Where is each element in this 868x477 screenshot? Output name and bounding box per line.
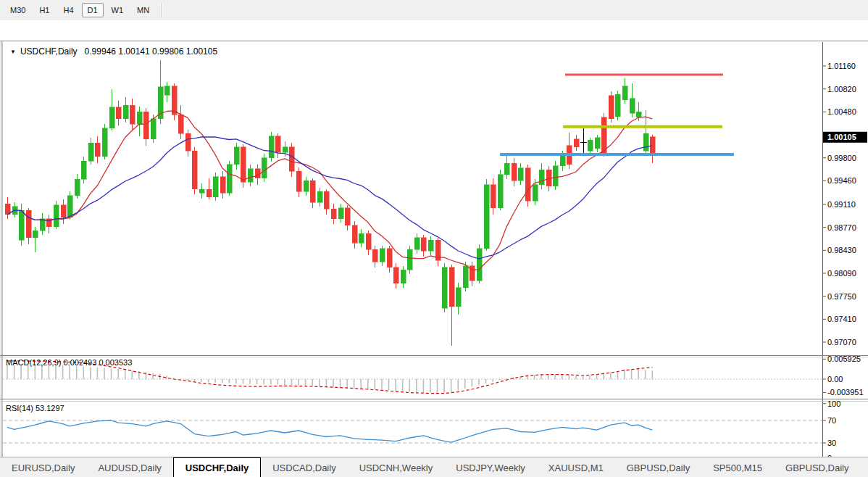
timeframe-toolbar: M30H1H4D1W1MN [0, 0, 868, 20]
candle [491, 178, 496, 215]
timeframe-button-m30[interactable]: M30 [4, 3, 31, 17]
svg-text:0.00: 0.00 [827, 375, 843, 383]
candle [143, 108, 149, 146]
candle [401, 266, 406, 288]
candle [130, 99, 135, 130]
svg-text:70: 70 [827, 416, 836, 425]
candle [630, 83, 635, 117]
svg-text:1.00480: 1.00480 [827, 107, 856, 116]
candle [331, 204, 336, 224]
candle [275, 133, 280, 158]
candle [317, 188, 322, 207]
svg-text:0.99460: 0.99460 [827, 176, 856, 185]
candle [609, 91, 614, 123]
svg-text:30: 30 [827, 439, 836, 447]
candle [75, 174, 80, 199]
tab-audusd-daily[interactable]: AUDUSD,Daily [86, 457, 172, 477]
candle [137, 107, 142, 136]
timeframe-button-h4[interactable]: H4 [57, 3, 79, 17]
svg-text:-0.003951: -0.003951 [827, 388, 864, 397]
tab-gbpusd-daily[interactable]: GBPUSD,Daily [774, 457, 860, 477]
candle [470, 262, 475, 286]
rsi-line [7, 420, 652, 442]
chart-title: ▼USDCHF,Daily0.99946 1.00141 0.99806 1.0… [10, 46, 217, 57]
price-axis: 1.011601.008201.004801.001400.998000.994… [822, 62, 867, 347]
candle [553, 161, 558, 190]
svg-text:0.97750: 0.97750 [827, 292, 856, 301]
candle [289, 143, 294, 177]
candlesticks-layer [5, 60, 655, 346]
timeframe-button-h1[interactable]: H1 [33, 3, 55, 17]
candle [359, 229, 364, 246]
candle [595, 135, 600, 152]
candle [504, 155, 509, 180]
tab-dj30-h4[interactable]: DJ30,H4 [861, 457, 868, 477]
chart-window: ▼USDCHF,Daily0.99946 1.00141 0.99806 1.0… [0, 20, 868, 457]
svg-text:1.00820: 1.00820 [827, 85, 856, 94]
candle [269, 132, 274, 162]
candle [622, 78, 627, 104]
candle [109, 89, 114, 131]
candle [310, 178, 315, 208]
svg-text:0.98430: 0.98430 [827, 246, 856, 254]
candle [435, 238, 441, 266]
tab-xauusd-m1[interactable]: XAUUSD,M1 [537, 457, 615, 477]
candle [185, 130, 191, 157]
candle [387, 246, 392, 273]
candle [345, 205, 350, 231]
candle [442, 263, 447, 312]
candle [192, 147, 197, 194]
svg-text:0.005925: 0.005925 [827, 354, 861, 363]
candle [393, 263, 398, 289]
candle [40, 213, 45, 235]
candle [449, 265, 454, 346]
tab-usdcad-daily[interactable]: USDCAD,Daily [261, 457, 347, 477]
candle [407, 246, 412, 274]
timeframe-button-w1[interactable]: W1 [106, 3, 130, 17]
candle [172, 83, 177, 120]
candle [477, 244, 482, 283]
candle [525, 165, 530, 207]
tab-gbpusd-daily[interactable]: GBPUSD,Daily [615, 457, 701, 477]
candle [588, 138, 593, 155]
svg-text:1.00105: 1.00105 [827, 133, 856, 141]
candle [33, 227, 38, 252]
chart-ohlc-values: 0.99946 1.00141 0.99806 1.00105 [85, 46, 218, 57]
tab-sp500-m15[interactable]: SP500,M15 [701, 457, 774, 477]
tab-eurusd-daily[interactable]: EURUSD,Daily [0, 457, 86, 477]
candle [164, 82, 170, 102]
tab-usdjpy-weekly[interactable]: USDJPY,Weekly [444, 457, 537, 477]
candle [512, 158, 517, 186]
svg-text:0.97410: 0.97410 [827, 315, 856, 323]
candle [227, 161, 232, 196]
candle [296, 167, 301, 197]
candle [338, 204, 343, 223]
candle [234, 143, 239, 170]
chart-canvas[interactable]: 1.011601.008201.004801.001400.998000.994… [0, 20, 868, 477]
tab-usdcnh-weekly[interactable]: USDCNH,Weekly [348, 457, 445, 477]
candle [428, 236, 433, 255]
current-price-box: 1.00105 [823, 132, 867, 143]
chart-tabs: EURUSD,DailyAUDUSD,DailyUSDCHF,DailyUSDC… [0, 457, 868, 477]
candle [456, 283, 461, 315]
candle [262, 154, 267, 182]
timeframe-button-d1[interactable]: D1 [82, 3, 104, 17]
candle [366, 231, 371, 255]
candle [213, 173, 218, 201]
candle [199, 183, 204, 198]
candle [498, 170, 503, 210]
candle [574, 135, 579, 151]
timeframe-button-mn[interactable]: MN [131, 3, 155, 17]
svg-text:100: 100 [827, 399, 840, 408]
chart-symbol: USDCHF,Daily [20, 46, 78, 57]
tab-usdchf-daily[interactable]: USDCHF,Daily [173, 457, 261, 477]
candle [380, 246, 385, 266]
candle [102, 124, 107, 159]
candle [116, 101, 121, 125]
candle [5, 197, 10, 219]
svg-text:0.99800: 0.99800 [827, 154, 856, 162]
svg-text:1.01160: 1.01160 [827, 62, 856, 70]
candle [324, 189, 329, 215]
svg-text:0.99110: 0.99110 [827, 200, 856, 209]
chart-dropdown-icon[interactable]: ▼ [10, 49, 16, 55]
